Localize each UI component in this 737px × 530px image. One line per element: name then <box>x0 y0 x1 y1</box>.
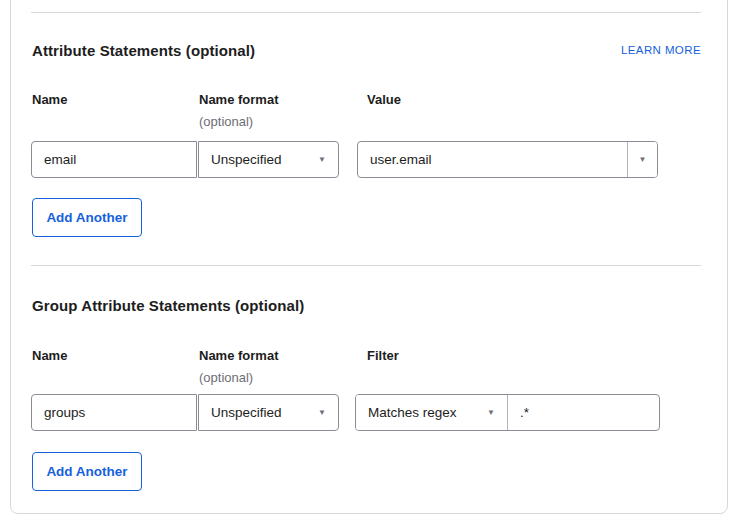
group-name-format-select[interactable]: Unspecified ▼ <box>198 394 339 431</box>
attr-name-input[interactable] <box>31 141 197 178</box>
attr-add-another-button[interactable]: Add Another <box>32 198 142 237</box>
group-filter-type-select[interactable]: Matches regex ▼ <box>356 395 508 430</box>
group-col-header-name-format: Name format <box>199 348 278 363</box>
group-add-another-button[interactable]: Add Another <box>32 452 142 491</box>
attr-col-header-name-format: Name format <box>199 92 278 107</box>
group-name-input[interactable] <box>31 394 197 431</box>
attr-col-header-value: Value <box>367 92 401 107</box>
dropdown-arrow-icon: ▼ <box>487 409 495 417</box>
settings-card <box>10 0 728 514</box>
dropdown-arrow-icon: ▼ <box>318 409 326 417</box>
dropdown-arrow-icon: ▼ <box>318 156 326 164</box>
attr-col-header-name: Name <box>32 92 67 107</box>
attribute-statements-title: Attribute Statements (optional) <box>32 42 255 59</box>
saml-settings-page: Attribute Statements (optional) LEARN MO… <box>0 0 737 530</box>
group-name-format-value: Unspecified <box>211 405 282 420</box>
attr-col-header-name-format-hint: (optional) <box>199 114 253 129</box>
group-col-header-filter: Filter <box>367 348 399 363</box>
learn-more-link[interactable]: LEARN MORE <box>621 44 701 56</box>
attr-value-input[interactable] <box>358 142 627 177</box>
attr-value-combo: ▼ <box>357 141 658 178</box>
group-filter-value-input[interactable] <box>508 395 659 430</box>
group-col-header-name-format-hint: (optional) <box>199 370 253 385</box>
attr-value-dropdown-button[interactable]: ▼ <box>627 142 657 177</box>
group-filter-combo: Matches regex ▼ <box>355 394 660 431</box>
group-filter-type-value: Matches regex <box>368 405 457 420</box>
section-divider <box>31 265 701 266</box>
group-attribute-statements-title: Group Attribute Statements (optional) <box>32 297 304 314</box>
top-divider <box>31 12 701 13</box>
group-col-header-name: Name <box>32 348 67 363</box>
dropdown-arrow-icon: ▼ <box>639 156 647 164</box>
attr-name-format-select[interactable]: Unspecified ▼ <box>198 141 339 178</box>
attr-name-format-value: Unspecified <box>211 152 282 167</box>
